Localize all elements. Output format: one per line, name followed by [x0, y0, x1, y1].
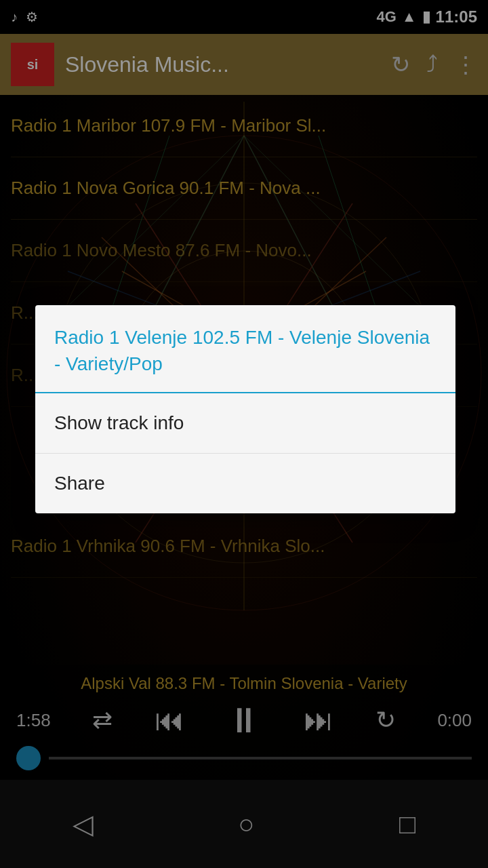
context-menu: Radio 1 Velenje 102.5 FM - Velenje Slove… [35, 305, 455, 513]
context-menu-title: Radio 1 Velenje 102.5 FM - Velenje Slove… [54, 327, 430, 374]
show-track-info-item[interactable]: Show track info [35, 393, 455, 454]
context-menu-header: Radio 1 Velenje 102.5 FM - Velenje Slove… [35, 305, 455, 393]
share-item[interactable]: Share [35, 454, 455, 513]
